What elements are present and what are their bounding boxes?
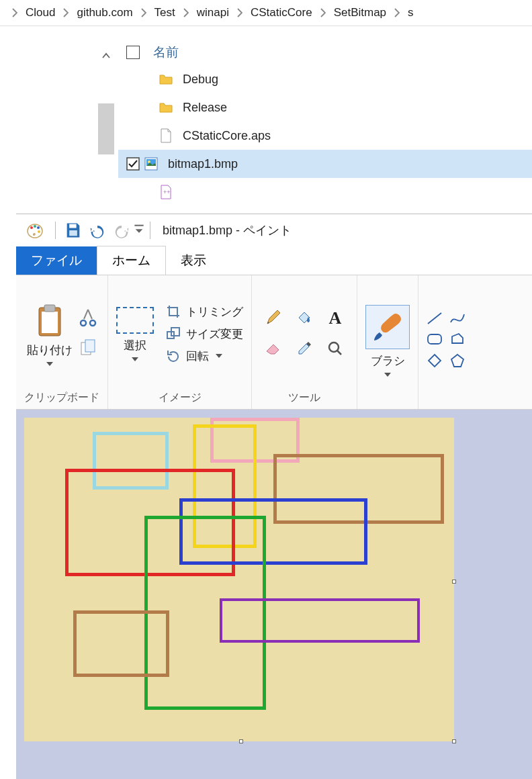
file-list: 名前 Debug Release CStaticCore.aps <box>126 40 532 206</box>
chevron-right-icon[interactable] <box>394 8 400 17</box>
group-label: ツール <box>288 388 320 406</box>
file-name: bitmap1.bmp <box>168 157 238 171</box>
group-label: クリップボード <box>24 388 99 406</box>
svg-rect-11 <box>69 230 77 236</box>
picker-tool-icon[interactable] <box>295 339 314 360</box>
svg-rect-0 <box>127 158 139 170</box>
magnifier-tool-icon[interactable] <box>326 339 345 360</box>
cut-icon[interactable] <box>79 308 97 330</box>
source-file-icon: ++ <box>159 184 173 200</box>
eraser-tool-icon[interactable] <box>264 339 283 360</box>
chevron-right-icon[interactable] <box>183 8 189 17</box>
shape-roundrect-icon[interactable] <box>427 332 443 348</box>
shape-curve-icon[interactable] <box>449 312 466 327</box>
text-tool-icon[interactable]: A <box>329 308 342 328</box>
crop-label: トリミング <box>186 304 243 320</box>
crumb-0[interactable]: Cloud <box>24 3 56 22</box>
file-explorer: 名前 Debug Release CStaticCore.aps <box>0 26 532 214</box>
file-name: Release <box>183 101 227 115</box>
crumb-2[interactable]: Test <box>153 3 177 22</box>
crumb-1[interactable]: github.com <box>75 3 134 22</box>
paint-titlebar[interactable]: bitmap1.bmp - ペイント <box>16 214 532 246</box>
item-checkbox[interactable] <box>126 157 140 171</box>
tab-view[interactable]: 表示 <box>166 246 221 275</box>
list-item[interactable]: Release <box>126 93 532 122</box>
rotate-label: 回転 <box>186 349 209 364</box>
canvas-handle-right[interactable] <box>452 580 456 584</box>
window-title: bitmap1.bmp - ペイント <box>163 222 292 238</box>
crop-button[interactable]: トリミング <box>166 304 243 320</box>
qat-dropdown[interactable] <box>134 223 144 237</box>
drawn-rect <box>220 598 420 643</box>
tab-home[interactable]: ホーム <box>97 246 166 275</box>
folder-icon <box>159 100 173 115</box>
crumb-4[interactable]: CStaticCore <box>249 3 314 22</box>
copy-icon[interactable] <box>79 338 97 359</box>
group-shapes <box>418 275 474 409</box>
pencil-tool-icon[interactable] <box>264 308 283 329</box>
tab-file[interactable]: ファイル <box>16 246 97 275</box>
svg-point-22 <box>329 342 339 352</box>
save-icon[interactable] <box>64 221 83 240</box>
tree-scrollbar[interactable] <box>98 103 114 154</box>
resize-label: サイズ変更 <box>186 326 243 342</box>
list-item[interactable]: Debug <box>126 65 532 93</box>
shape-diamond-icon[interactable] <box>427 353 443 370</box>
file-name: CStaticCore.aps <box>183 129 271 143</box>
fill-tool-icon[interactable] <box>295 308 314 329</box>
chevron-right-icon[interactable] <box>141 8 146 17</box>
svg-point-7 <box>34 225 36 228</box>
redo-icon[interactable] <box>112 221 131 240</box>
svg-rect-12 <box>134 225 143 226</box>
divider <box>55 222 56 239</box>
select-rect-icon <box>116 307 154 334</box>
paint-window: bitmap1.bmp - ペイント ファイル ホーム 表示 貼り付け クリップ… <box>16 214 532 779</box>
crumb-5[interactable]: SetBitmap <box>332 3 388 22</box>
paint-app-icon[interactable] <box>26 221 44 240</box>
chevron-right-icon[interactable] <box>237 8 242 17</box>
chevron-right-icon[interactable] <box>63 8 69 17</box>
shape-line-icon[interactable] <box>427 312 443 327</box>
svg-rect-19 <box>85 340 95 352</box>
shape-pentagon-icon[interactable] <box>449 353 466 370</box>
group-brushes: ブラシ <box>357 275 418 409</box>
select-all-checkbox[interactable] <box>126 46 140 59</box>
crumb-3[interactable]: winapi <box>195 3 230 22</box>
list-item[interactable]: CStaticCore.aps <box>126 122 532 150</box>
svg-point-8 <box>37 226 40 229</box>
ribbon: 貼り付け クリップボード 選択 <box>16 275 532 410</box>
select-label: 選択 <box>124 338 146 353</box>
breadcrumb[interactable]: Cloud github.com Test winapi CStaticCore… <box>0 0 532 26</box>
rotate-button[interactable]: 回転 <box>166 349 243 364</box>
image-file-icon <box>144 156 159 172</box>
list-item[interactable]: bitmap1.bmp <box>118 150 532 178</box>
paste-label: 貼り付け <box>27 342 73 358</box>
ribbon-tabs: ファイル ホーム 表示 <box>16 246 532 275</box>
folder-icon <box>159 72 173 87</box>
group-clipboard: 貼り付け クリップボード <box>16 275 108 409</box>
crumb-6[interactable]: s <box>406 3 415 22</box>
chevron-right-icon[interactable] <box>320 8 326 17</box>
resize-button[interactable]: サイズ変更 <box>166 326 243 342</box>
svg-rect-15 <box>44 305 55 312</box>
file-list-header[interactable]: 名前 <box>126 40 532 65</box>
select-button[interactable]: 選択 <box>116 307 154 361</box>
divider <box>150 222 150 239</box>
scroll-up-button[interactable] <box>98 48 114 64</box>
svg-point-17 <box>90 320 95 326</box>
group-image: 選択 トリミング サイズ変更 回転 <box>108 275 252 409</box>
canvas-handle-bottom[interactable] <box>239 739 243 743</box>
file-name: Debug <box>183 73 218 87</box>
canvas[interactable] <box>24 418 454 741</box>
canvas-workspace[interactable] <box>16 410 532 779</box>
file-icon <box>159 128 173 144</box>
chevron-right-icon[interactable] <box>12 8 17 17</box>
canvas-handle-corner[interactable] <box>452 739 456 743</box>
paste-button[interactable]: 貼り付け <box>27 302 73 366</box>
column-name[interactable]: 名前 <box>153 44 179 61</box>
shape-polygon-icon[interactable] <box>449 332 466 348</box>
brushes-button[interactable]: ブラシ <box>365 305 410 377</box>
svg-point-16 <box>81 320 86 326</box>
list-item[interactable]: ++ <box>126 178 532 206</box>
undo-icon[interactable] <box>88 221 107 240</box>
